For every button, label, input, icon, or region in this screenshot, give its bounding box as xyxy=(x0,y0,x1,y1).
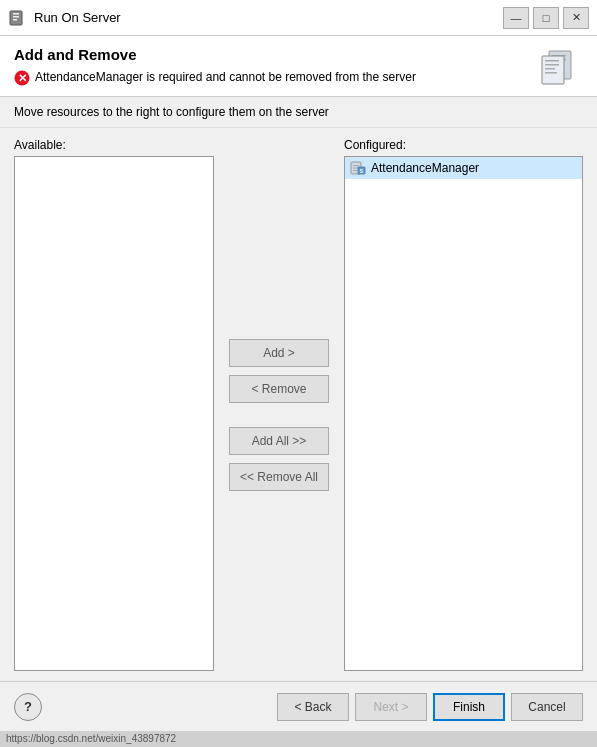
dialog-footer: ? < Back Next > Finish Cancel xyxy=(0,681,597,731)
lists-area: Available: Add > < Remove Add All >> << … xyxy=(0,128,597,681)
error-row: ✕ AttendanceManager is required and cann… xyxy=(14,69,416,86)
add-all-button[interactable]: Add All >> xyxy=(229,427,329,455)
add-button[interactable]: Add > xyxy=(229,339,329,367)
configured-item-name: AttendanceManager xyxy=(371,161,479,175)
url-bar: https://blog.csdn.net/weixin_43897872 xyxy=(0,731,597,747)
svg-text:✕: ✕ xyxy=(18,72,27,84)
minimize-button[interactable]: — xyxy=(503,7,529,29)
dialog-header: Add and Remove ✕ AttendanceManager is re… xyxy=(0,36,597,97)
maximize-button[interactable]: □ xyxy=(533,7,559,29)
svg-rect-13 xyxy=(545,68,555,70)
close-button[interactable]: ✕ xyxy=(563,7,589,29)
error-message: AttendanceManager is required and cannot… xyxy=(35,69,416,86)
configured-list[interactable]: S AttendanceManager xyxy=(344,156,583,671)
header-image xyxy=(537,46,583,86)
remove-button[interactable]: < Remove xyxy=(229,375,329,403)
transfer-buttons: Add > < Remove Add All >> << Remove All xyxy=(224,138,334,671)
help-button[interactable]: ? xyxy=(14,693,42,721)
available-list[interactable] xyxy=(14,156,214,671)
svg-rect-1 xyxy=(13,13,19,15)
finish-button[interactable]: Finish xyxy=(433,693,505,721)
list-item[interactable]: S AttendanceManager xyxy=(345,157,582,179)
footer-buttons: < Back Next > Finish Cancel xyxy=(277,693,583,721)
item-icon: S xyxy=(350,160,366,176)
cancel-button[interactable]: Cancel xyxy=(511,693,583,721)
svg-rect-16 xyxy=(353,165,359,166)
svg-rect-2 xyxy=(13,16,19,18)
title-bar-controls: — □ ✕ xyxy=(503,7,589,29)
available-column: Available: xyxy=(14,138,214,671)
configured-column: Configured: S AttendanceManager xyxy=(344,138,583,671)
title-bar-text: Run On Server xyxy=(34,10,503,25)
error-icon: ✕ xyxy=(14,70,30,86)
remove-all-button[interactable]: << Remove All xyxy=(229,463,329,491)
title-bar: Run On Server — □ ✕ xyxy=(0,0,597,36)
available-label: Available: xyxy=(14,138,214,152)
configured-label: Configured: xyxy=(344,138,583,152)
title-bar-icon xyxy=(8,8,28,28)
svg-rect-11 xyxy=(545,60,559,62)
back-button[interactable]: < Back xyxy=(277,693,349,721)
instruction-text: Move resources to the right to configure… xyxy=(0,97,597,128)
svg-rect-12 xyxy=(545,64,559,66)
svg-rect-3 xyxy=(13,19,17,21)
dialog-title: Add and Remove xyxy=(14,46,416,63)
svg-rect-18 xyxy=(353,170,357,171)
dialog-header-left: Add and Remove ✕ AttendanceManager is re… xyxy=(14,46,416,86)
dialog-content: Add and Remove ✕ AttendanceManager is re… xyxy=(0,36,597,731)
svg-rect-14 xyxy=(545,72,557,74)
next-button[interactable]: Next > xyxy=(355,693,427,721)
